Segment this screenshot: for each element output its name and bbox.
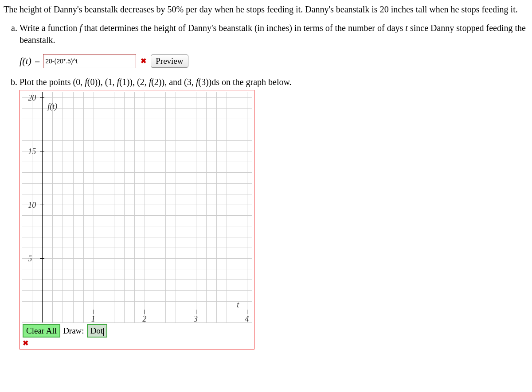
y-tick-label: 15 xyxy=(28,146,36,157)
y-tick-label: 5 xyxy=(28,253,32,264)
y-axis-label: f(t) xyxy=(47,101,57,112)
draw-dot-button[interactable]: Dot xyxy=(87,324,108,338)
part-b: Plot the points (0, f(0)), (1, f(1)), (2… xyxy=(20,76,528,349)
graph-toolbar: Clear All Draw: Dot xyxy=(22,322,252,338)
function-label: f(t) = xyxy=(20,54,40,68)
x-tick-label: 1 xyxy=(91,314,95,324)
preview-button[interactable]: Preview xyxy=(151,54,188,68)
x-tick-label: 3 xyxy=(194,314,198,324)
answer-row: f(t) = ✖ Preview xyxy=(20,54,528,68)
clear-all-button[interactable]: Clear All xyxy=(23,324,60,338)
wrong-icon: ✖ xyxy=(141,56,146,66)
y-tick-label: 20 xyxy=(28,93,36,103)
part-a-mid: that determines the height of Danny's be… xyxy=(82,23,406,33)
cursor-icon xyxy=(103,328,104,336)
part-a: Write a function f that determines the h… xyxy=(20,22,528,68)
x-axis-label: t xyxy=(237,299,239,310)
x-tick-label: 4 xyxy=(245,314,249,324)
part-a-pre: Write a function xyxy=(20,23,79,33)
graph-canvas[interactable]: 12345101520f(t)t xyxy=(22,92,252,322)
graph-wrong-icon: ✖ xyxy=(22,338,252,349)
y-tick-label: 10 xyxy=(28,200,36,210)
part-b-prompt: Plot the points (0, f(0)), (1, f(1)), (2… xyxy=(20,77,292,87)
draw-label: Draw: xyxy=(63,325,84,337)
equals: = xyxy=(31,55,40,66)
graph-area: 12345101520f(t)t Clear All Draw: Dot ✖ xyxy=(20,90,254,349)
draw-dot-label: Dot xyxy=(90,326,103,335)
problem-intro: The height of Danny's beanstalk decrease… xyxy=(4,4,528,15)
x-tick-label: 2 xyxy=(142,314,146,324)
answer-input[interactable] xyxy=(43,54,136,68)
part-a-prompt: Write a function f that determines the h… xyxy=(20,23,526,45)
